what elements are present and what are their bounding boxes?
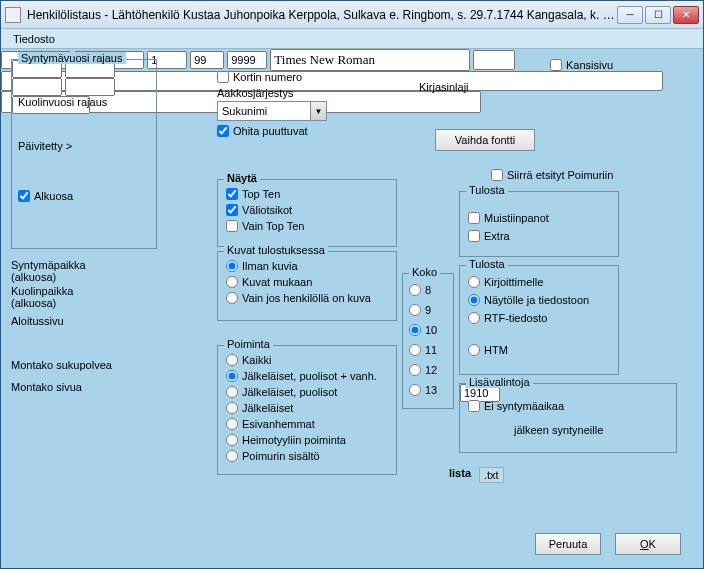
pick-descsp-radio[interactable]: Jälkeläiset, puolisot: [226, 386, 337, 398]
app-icon: [5, 7, 21, 23]
extra-nobirth-check[interactable]: Ei syntymäaikaa: [468, 400, 564, 412]
fonttype-input[interactable]: [270, 49, 470, 71]
alkuosa-checkbox[interactable]: Alkuosa: [18, 190, 73, 202]
images-none-radio[interactable]: Ilman kuvia: [226, 260, 298, 272]
menubar: Tiedosto: [1, 29, 703, 49]
pick-all-radio[interactable]: Kaikki: [226, 354, 271, 366]
size-12-radio[interactable]: 12: [409, 364, 437, 376]
size-legend: Koko: [409, 266, 440, 278]
birthplace-label: Syntymäpaikka (alkuosa): [11, 259, 121, 283]
cardno-checkbox[interactable]: Kortin numero: [217, 71, 302, 83]
show-onlytopten-check[interactable]: Vain Top Ten: [226, 220, 304, 232]
alphaorder-label: Aakkosjärjestys: [217, 87, 293, 99]
change-font-button[interactable]: Vaihda fontti: [435, 129, 535, 151]
deathyear-from[interactable]: [12, 78, 62, 96]
pick-poimuri-radio[interactable]: Poimurin sisältö: [226, 450, 320, 462]
alkuosa-input[interactable]: [18, 190, 30, 202]
group-left: Syntymävuosi rajaus Kuolinvuosi rajaus P…: [11, 59, 157, 249]
print1-notes-check[interactable]: Muistiinpanot: [468, 212, 549, 224]
birthyear-legend: Syntymävuosi rajaus: [18, 52, 126, 64]
show-topten-check[interactable]: Top Ten: [226, 188, 280, 200]
size-8-radio[interactable]: 8: [409, 284, 431, 296]
images-with-radio[interactable]: Kuvat mukaan: [226, 276, 312, 288]
deathyear-to[interactable]: [65, 78, 115, 96]
deathplace-label: Kuolinpaikka (alkuosa): [11, 285, 121, 309]
show-legend: Näytä: [224, 172, 260, 184]
alphaorder-value: Sukunimi: [218, 105, 310, 117]
pages-label: Montako sivua: [11, 381, 82, 393]
images-legend: Kuvat tulostuksessa: [224, 244, 328, 256]
cover-checkbox[interactable]: Kansisivu: [550, 59, 613, 71]
skipmissing-checkbox[interactable]: Ohita puuttuvat: [217, 125, 308, 137]
group-pick: Poiminta Kaikki Jälkeläiset, puolisot + …: [217, 345, 397, 475]
startpage-label: Aloitussivu: [11, 315, 64, 327]
pick-anc-radio[interactable]: Esivanhemmat: [226, 418, 315, 430]
updated-label: Päivitetty >: [18, 140, 72, 152]
alphaorder-select[interactable]: Sukunimi ▼: [217, 101, 327, 121]
close-button[interactable]: ✕: [673, 6, 699, 24]
window-title: Henkilölistaus - Lähtöhenkilö Kustaa Juh…: [27, 8, 617, 22]
minimize-button[interactable]: ─: [617, 6, 643, 24]
pick-legend: Poiminta: [224, 338, 273, 350]
size-10-radio[interactable]: 10: [409, 324, 437, 336]
print2-screen-radio[interactable]: Näytölle ja tiedostoon: [468, 294, 589, 306]
ok-button[interactable]: OK: [615, 533, 681, 555]
size-13-radio[interactable]: 13: [409, 384, 437, 396]
print1-extra-check[interactable]: Extra: [468, 230, 510, 242]
group-size: Koko 8 9 10 11 12 13: [402, 273, 454, 409]
pick-desc-radio[interactable]: Jälkeläiset: [226, 402, 293, 414]
images-only-radio[interactable]: Vain jos henkilöllä on kuva: [226, 292, 371, 304]
group-print2: Tulosta Kirjoittimelle Näytölle ja tiedo…: [459, 265, 619, 375]
print2-rtf-radio[interactable]: RTF-tiedosto: [468, 312, 547, 324]
size-11-radio[interactable]: 11: [409, 344, 437, 356]
cardno-label: Kortin numero: [233, 71, 302, 83]
extra-after-label: jälkeen syntyneille: [514, 424, 603, 436]
group-extra: Lisävalintoja Ei syntymäaikaa jälkeen sy…: [459, 383, 677, 453]
pick-heimo-radio[interactable]: Heimotyyliin poiminta: [226, 434, 346, 446]
alkuosa-label: Alkuosa: [34, 190, 73, 202]
movesearched-checkbox[interactable]: Siirrä etsityt Poimuriin: [491, 169, 613, 181]
lista-label: lista: [449, 467, 471, 479]
cardno-input[interactable]: [217, 71, 229, 83]
ext-label: .txt: [479, 467, 504, 483]
skipmissing-label: Ohita puuttuvat: [233, 125, 308, 137]
group-print1: Tulosta Muistiinpanot Extra: [459, 191, 619, 257]
pick-descsppar-radio[interactable]: Jälkeläiset, puolisot + vanh.: [226, 370, 377, 382]
menu-file[interactable]: Tiedosto: [7, 31, 61, 47]
fonttype-label: Kirjasinlaji: [419, 81, 469, 93]
generations-input[interactable]: [190, 51, 224, 69]
pages-input[interactable]: [227, 51, 267, 69]
size-9-radio[interactable]: 9: [409, 304, 431, 316]
print1-legend: Tulosta: [466, 184, 508, 196]
generations-label: Montako sukupolvea: [11, 359, 112, 371]
filename-input[interactable]: [473, 50, 515, 70]
cancel-button[interactable]: Peruuta: [535, 533, 601, 555]
print2-legend: Tulosta: [466, 258, 508, 270]
show-subheads-check[interactable]: Väliotsikot: [226, 204, 292, 216]
maximize-button[interactable]: ☐: [645, 6, 671, 24]
print2-printer-radio[interactable]: Kirjoittimelle: [468, 276, 543, 288]
print2-htm-radio[interactable]: HTM: [468, 344, 508, 356]
group-images: Kuvat tulostuksessa Ilman kuvia Kuvat mu…: [217, 251, 397, 321]
chevron-down-icon: ▼: [310, 102, 326, 120]
titlebar: Henkilölistaus - Lähtöhenkilö Kustaa Juh…: [1, 1, 703, 29]
skipmissing-input[interactable]: [217, 125, 229, 137]
extra-legend: Lisävalintoja: [466, 376, 533, 388]
group-show: Näytä Top Ten Väliotsikot Vain Top Ten: [217, 179, 397, 247]
deathyear-legend: Kuolinvuosi rajaus: [18, 96, 107, 108]
